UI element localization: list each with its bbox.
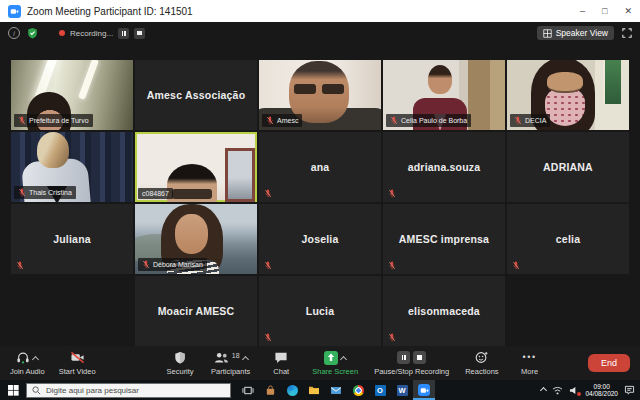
- video-scene-shape: [225, 148, 255, 202]
- end-meeting-button[interactable]: End: [588, 354, 630, 372]
- grid-row: Moacir AMESCLuciaelisonmaceda: [135, 276, 505, 346]
- grid-row: JulianaDébora MarisanJoseliaAMESC impren…: [11, 204, 629, 274]
- meeting-info-icon[interactable]: i: [8, 27, 20, 39]
- muted-mic-icon: [264, 261, 272, 270]
- meeting-info-bar: i Recording... Speaker View: [0, 22, 640, 41]
- muted-mic-icon: [264, 189, 272, 198]
- participant-tile-celia[interactable]: celia: [507, 204, 629, 274]
- participant-tile-ana[interactable]: ana: [259, 132, 381, 202]
- participants-button[interactable]: 18 Participants: [211, 350, 250, 376]
- outlook-app-icon[interactable]: O: [369, 380, 391, 400]
- muted-mic-indicator: [388, 333, 396, 342]
- more-dots-icon: •••: [523, 353, 537, 362]
- taskbar-clock[interactable]: 09:00 04/08/2020: [585, 383, 618, 398]
- video-scene-shape: [175, 214, 208, 254]
- taskbar-search-input[interactable]: Digite aqui para pesquisar: [26, 383, 231, 398]
- participant-tile-adriana-souza[interactable]: adriana.souza: [383, 132, 505, 202]
- clock-time: 09:00: [594, 383, 610, 391]
- stop-icon[interactable]: [413, 351, 426, 364]
- word-icon: W: [397, 385, 408, 396]
- speaker-view-button[interactable]: Speaker View: [537, 26, 614, 40]
- participant-tile-moacir-amesc[interactable]: Moacir AMESC: [135, 276, 257, 346]
- participant-tile-prefeitura-de-turvo[interactable]: Prefeitura de Turvo: [11, 60, 133, 130]
- participant-grid: Prefeitura de TurvoAmesc AssociaçãoAmesc…: [0, 41, 640, 346]
- zoom-app-icon: [8, 5, 21, 18]
- share-screen-button[interactable]: Share Screen: [312, 350, 358, 376]
- video-off-icon: [70, 351, 85, 364]
- muted-mic-icon: [514, 116, 522, 125]
- participant-tile-c084867[interactable]: c084867: [135, 132, 257, 202]
- pause-recording-icon[interactable]: [118, 28, 129, 39]
- task-view-button[interactable]: [237, 380, 259, 400]
- participant-name-label: Moacir AMESC: [135, 276, 257, 346]
- edge-app-icon[interactable]: [281, 380, 303, 400]
- action-center-icon[interactable]: [624, 385, 635, 395]
- share-screen-icon: [324, 351, 338, 365]
- minimize-icon[interactable]: –: [580, 7, 585, 16]
- recording-dot-icon: [59, 30, 65, 36]
- zoom-taskbar-app-icon[interactable]: [413, 380, 435, 400]
- participant-tile-celia-paulo-de-borba[interactable]: Celia Paulo de Borba: [383, 60, 505, 130]
- security-label: Security: [167, 367, 194, 376]
- join-audio-button[interactable]: Join Audio: [10, 350, 45, 376]
- participant-tile-joselia[interactable]: Joselia: [259, 204, 381, 274]
- tray-expand-icon[interactable]: [540, 387, 547, 394]
- reactions-button[interactable]: Reactions: [465, 350, 498, 376]
- network-icon[interactable]: [552, 386, 563, 395]
- participant-tile-amesc-imprensa[interactable]: AMESC imprensa: [383, 204, 505, 274]
- video-scene-shape: [78, 60, 99, 100]
- participant-tile-amesc-associa-o[interactable]: Amesc Associação: [135, 60, 257, 130]
- zoom-meeting-window: Zoom Meeting Participant ID: 141501 – □ …: [0, 0, 640, 400]
- more-label: More: [521, 367, 538, 376]
- start-video-button[interactable]: Start Video: [59, 350, 96, 376]
- participant-name-label: ADRIANA: [507, 132, 629, 202]
- muted-mic-indicator: [16, 261, 24, 270]
- volume-icon[interactable]: [569, 386, 579, 395]
- participants-label: Participants: [211, 367, 250, 376]
- muted-mic-icon: [142, 260, 150, 269]
- recording-label: Recording...: [70, 29, 113, 38]
- meeting-area: i Recording... Speaker View: [0, 22, 640, 380]
- file-explorer-app-icon[interactable]: [303, 380, 325, 400]
- chrome-app-icon[interactable]: [347, 380, 369, 400]
- participant-tile-lucia[interactable]: Lucia: [259, 276, 381, 346]
- participant-tile-adriana[interactable]: ADRIANA: [507, 132, 629, 202]
- chevron-up-icon[interactable]: [340, 355, 347, 362]
- security-button[interactable]: Security: [165, 350, 195, 376]
- participant-tile-elisonmaceda[interactable]: elisonmaceda: [383, 276, 505, 346]
- close-icon[interactable]: ✕: [624, 7, 632, 16]
- participant-tile-thais-cristina[interactable]: Thais Cristina: [11, 132, 133, 202]
- participant-name-badge: c084867: [138, 188, 173, 199]
- muted-mic-icon: [266, 116, 274, 125]
- word-app-icon[interactable]: W: [391, 380, 413, 400]
- reactions-smiley-icon: [475, 351, 488, 364]
- video-scene-shape: [603, 60, 621, 104]
- participant-tile-d-bora-marisan[interactable]: Débora Marisan: [135, 204, 257, 274]
- video-scene-shape: [172, 189, 212, 199]
- stop-recording-icon[interactable]: [134, 28, 145, 39]
- participant-name-label: AMESC imprensa: [383, 204, 505, 274]
- zoom-camera-icon: [418, 384, 430, 396]
- more-button[interactable]: ••• More: [515, 350, 545, 376]
- start-button[interactable]: [0, 380, 26, 400]
- pause-icon[interactable]: [397, 351, 410, 364]
- windows-taskbar: Digite aqui para pesquisar: [0, 380, 640, 400]
- store-app-icon[interactable]: [259, 380, 281, 400]
- mail-app-icon[interactable]: [325, 380, 347, 400]
- window-titlebar: Zoom Meeting Participant ID: 141501 – □ …: [0, 0, 640, 22]
- chat-button[interactable]: Chat: [266, 350, 296, 376]
- clock-date: 04/08/2020: [585, 390, 618, 398]
- muted-mic-indicator: [264, 261, 272, 270]
- chevron-up-icon[interactable]: [32, 355, 39, 362]
- recording-indicator: Recording...: [59, 28, 145, 39]
- fullscreen-icon[interactable]: [622, 28, 632, 38]
- zoom-toolbar: Join Audio Start Video: [0, 346, 640, 380]
- participant-name-badge: Amesc: [262, 114, 302, 127]
- chevron-up-icon[interactable]: [242, 355, 249, 362]
- participant-tile-juliana[interactable]: Juliana: [11, 204, 133, 274]
- participant-tile-amesc[interactable]: Amesc: [259, 60, 381, 130]
- pause-stop-recording-button[interactable]: Pause/Stop Recording: [374, 350, 449, 376]
- participant-tile-decia[interactable]: DECIA: [507, 60, 629, 130]
- maximize-icon[interactable]: □: [602, 7, 607, 16]
- windows-logo-icon: [8, 385, 19, 396]
